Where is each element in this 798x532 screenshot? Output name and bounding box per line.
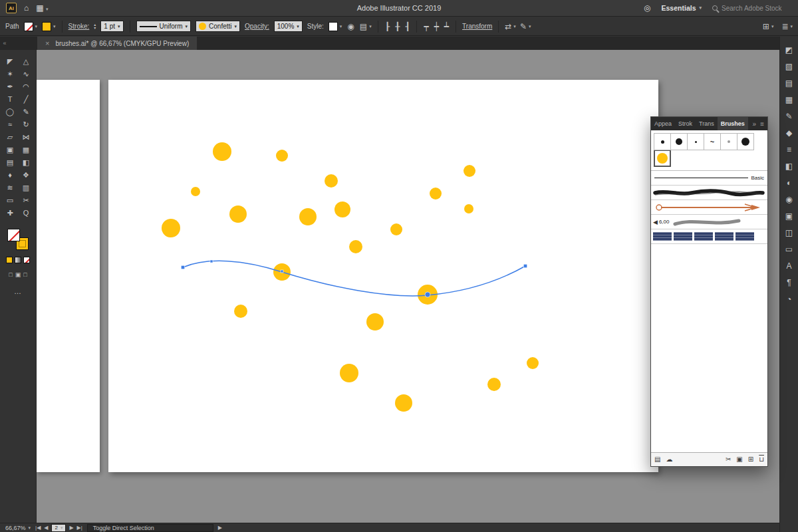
color-guide-icon[interactable]: ▧ bbox=[785, 63, 793, 70]
confetti-brush-swatch[interactable] bbox=[654, 150, 671, 167]
gradient-tool[interactable]: ◧ bbox=[18, 156, 34, 169]
first-artboard-icon[interactable]: |◀ bbox=[35, 525, 41, 531]
libraries-panel-icon[interactable]: ☁ bbox=[666, 456, 672, 463]
scatter-brush[interactable]: ◀6,00 bbox=[651, 215, 767, 229]
pattern-brush[interactable] bbox=[651, 229, 767, 244]
edit-toolbar-icon[interactable]: … bbox=[14, 287, 22, 295]
zoom-tool[interactable]: Q bbox=[18, 207, 34, 219]
opacity-link[interactable]: Opacity: bbox=[245, 23, 269, 30]
confetti-dot[interactable] bbox=[464, 165, 475, 177]
align-2-icon[interactable]: ╂ bbox=[394, 22, 400, 31]
calligraphic-dot-medium[interactable] bbox=[670, 133, 688, 150]
confetti-dot[interactable] bbox=[395, 394, 412, 412]
column-graph-tool[interactable]: ▥ bbox=[18, 182, 34, 194]
prev-artboard-icon[interactable]: ◀ bbox=[44, 525, 48, 531]
eyedropper-tool[interactable]: ♦ bbox=[2, 169, 18, 182]
delete-brush-icon[interactable]: ⊔ bbox=[759, 456, 764, 463]
anchor-point[interactable] bbox=[281, 270, 283, 273]
tab-transparency[interactable]: Trans bbox=[696, 117, 718, 130]
rotate-tool[interactable]: ↻ bbox=[18, 118, 34, 131]
tab-stroke[interactable]: Strok bbox=[675, 117, 696, 130]
anchor-point[interactable] bbox=[181, 265, 185, 269]
panel-menu-icon[interactable]: ≡ bbox=[760, 120, 764, 128]
none-button[interactable] bbox=[23, 257, 30, 263]
calligraphic-dot-tiny[interactable] bbox=[687, 133, 704, 150]
lasso-tool[interactable]: ∿ bbox=[18, 68, 34, 80]
arrange-documents-icon[interactable]: ⊞▾ bbox=[763, 22, 774, 31]
brush-libraries-icon[interactable]: ▤ bbox=[654, 456, 660, 463]
distribute-2-icon[interactable]: ┿ bbox=[434, 22, 440, 31]
direct-selection-tool[interactable]: △ bbox=[18, 55, 34, 68]
stroke-panel-link[interactable]: Stroke: bbox=[68, 23, 90, 30]
document-layout-icon[interactable]: ≣▾ bbox=[781, 22, 793, 31]
calligraphic-dot-small[interactable] bbox=[654, 133, 671, 150]
paragraph-panel-icon[interactable]: ¶ bbox=[787, 279, 791, 287]
transparency-panel-icon[interactable]: ◐ bbox=[787, 179, 791, 187]
shaper-tool[interactable]: ≈ bbox=[2, 118, 18, 131]
charcoal-brush[interactable] bbox=[651, 186, 767, 200]
swatches-icon[interactable]: ▦ bbox=[785, 96, 793, 104]
document-tab[interactable]: × brushes.ai* @ 66,67% (CMYK/GPU Preview… bbox=[37, 37, 197, 50]
confetti-dot[interactable] bbox=[390, 223, 402, 235]
type-tool[interactable]: T bbox=[2, 93, 18, 106]
gradient-button[interactable] bbox=[15, 257, 21, 263]
libraries-icon[interactable]: ▤ bbox=[785, 79, 793, 87]
selected-path[interactable] bbox=[183, 261, 525, 296]
artboard-number-field[interactable]: 2 ▾ bbox=[51, 524, 66, 532]
artwork-svg[interactable] bbox=[108, 80, 658, 472]
workspace-switcher[interactable]: Essentials ▾ bbox=[662, 4, 702, 12]
color-button[interactable] bbox=[6, 257, 13, 263]
adobe-stock-search[interactable] bbox=[712, 5, 791, 12]
draw-inside-icon[interactable]: □ bbox=[23, 271, 27, 278]
status-forward-icon[interactable]: ▶ bbox=[218, 525, 222, 531]
confetti-dot[interactable] bbox=[527, 357, 539, 369]
anchor-point[interactable] bbox=[425, 292, 430, 297]
remove-brush-stroke-icon[interactable]: ✂ bbox=[726, 456, 731, 463]
artboard-tool[interactable]: ▭ bbox=[2, 194, 18, 207]
brush-options-icon[interactable]: ▣ bbox=[736, 456, 742, 463]
arrow-ribbon-brush[interactable] bbox=[651, 200, 767, 215]
selection-tool[interactable]: ◤ bbox=[2, 55, 18, 68]
home-icon[interactable]: ⌂ bbox=[24, 4, 29, 12]
confetti-dot[interactable] bbox=[464, 204, 473, 213]
confetti-dot[interactable] bbox=[349, 240, 362, 253]
confetti-dot[interactable] bbox=[430, 188, 442, 200]
width-tool[interactable]: ⋈ bbox=[18, 131, 34, 144]
symbol-sprayer-tool[interactable]: ≋ bbox=[2, 182, 18, 194]
confetti-dot[interactable] bbox=[162, 219, 180, 237]
hand-tool[interactable]: ✚ bbox=[2, 207, 18, 219]
artboard-main[interactable] bbox=[108, 80, 658, 472]
fill-indicator[interactable] bbox=[7, 229, 20, 241]
appearance-panel-icon[interactable]: ◉ bbox=[785, 196, 792, 203]
confetti-dot[interactable] bbox=[325, 174, 338, 188]
next-artboard-icon[interactable]: ▶ bbox=[69, 525, 73, 531]
basic-brush[interactable]: Basic bbox=[651, 171, 767, 186]
slice-tool[interactable]: ✂ bbox=[18, 194, 34, 207]
search-input[interactable] bbox=[722, 5, 791, 12]
line-segment-tool[interactable]: ╱ bbox=[18, 93, 34, 106]
paintbrush-tool[interactable]: ✎ bbox=[18, 106, 34, 118]
faint-dot-brush[interactable] bbox=[720, 133, 737, 150]
status-text-field[interactable]: Toggle Direct Selection bbox=[87, 524, 213, 532]
new-brush-icon[interactable]: ⊞ bbox=[748, 456, 753, 463]
anchor-point[interactable] bbox=[523, 264, 527, 268]
zoom-dropdown[interactable]: 66,67% ▾ bbox=[5, 525, 31, 531]
last-artboard-icon[interactable]: ▶| bbox=[77, 525, 82, 531]
brushes-panel-icon[interactable]: ✎ bbox=[785, 112, 792, 120]
confetti-dot[interactable] bbox=[276, 150, 288, 162]
magic-wand-tool[interactable]: ✶ bbox=[2, 68, 18, 80]
align-3-icon[interactable]: ┨ bbox=[404, 22, 410, 31]
artboard-left[interactable] bbox=[37, 80, 100, 472]
anchor-point[interactable] bbox=[210, 260, 213, 263]
width-profile-dropdown[interactable]: Uniform ▾ bbox=[136, 21, 192, 32]
recolor-artwork-icon[interactable]: ◉ bbox=[346, 22, 354, 31]
blend-tool[interactable]: ❖ bbox=[18, 169, 34, 182]
distribute-1-icon[interactable]: ┯ bbox=[423, 22, 429, 31]
tab-brushes[interactable]: Brushes bbox=[718, 117, 748, 130]
stroke-weight-stepper[interactable]: ▴▾ bbox=[94, 23, 96, 30]
confetti-dot[interactable] bbox=[234, 305, 247, 318]
fill-color-picker[interactable]: ▾ bbox=[24, 22, 38, 31]
artboards-panel-icon[interactable]: ▭ bbox=[785, 245, 793, 253]
squiggle-brush[interactable]: ~ bbox=[704, 133, 721, 150]
close-tab-icon[interactable]: × bbox=[45, 39, 49, 47]
